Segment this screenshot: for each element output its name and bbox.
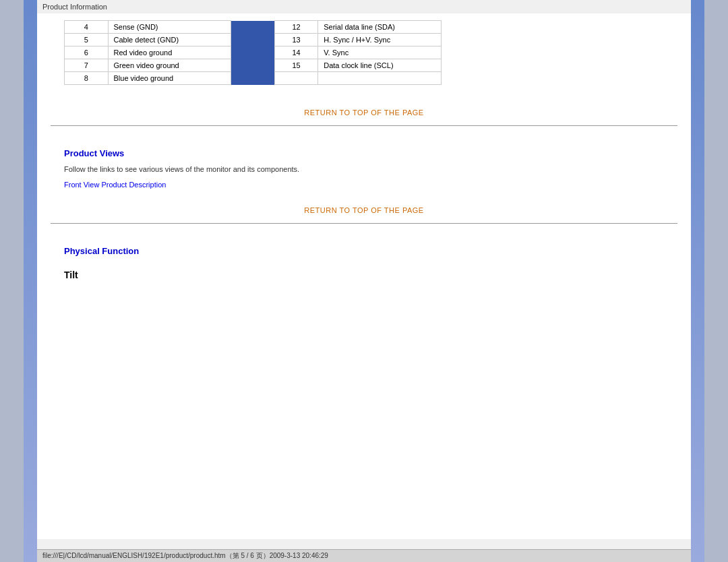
- pin-desc: Blue video ground: [108, 72, 231, 85]
- table-divider: [231, 21, 275, 34]
- physical-function-title: Physical Function: [64, 246, 664, 256]
- pin-number-right: 12: [274, 21, 318, 34]
- physical-function-section: Physical Function Tilt: [51, 229, 677, 294]
- product-views-title: Product Views: [64, 148, 664, 158]
- pin-desc-right: [318, 72, 442, 85]
- page-wrapper: Product Information 4 Sense (GND) 12 Ser…: [0, 0, 728, 562]
- main-content: Product Information 4 Sense (GND) 12 Ser…: [37, 0, 691, 562]
- pin-number: 8: [65, 72, 109, 85]
- tilt-heading: Tilt: [64, 270, 664, 280]
- pin-number: 4: [65, 21, 109, 34]
- status-bar: file:///E|/CD/lcd/manual/ENGLISH/192E1/p…: [37, 549, 691, 562]
- status-bar-text: file:///E|/CD/lcd/manual/ENGLISH/192E1/p…: [42, 552, 328, 559]
- right-sidebar: [704, 0, 728, 562]
- pin-number-right: 14: [274, 46, 318, 59]
- left-sidebar: [0, 0, 24, 562]
- pin-desc: Sense (GND): [108, 21, 231, 34]
- pin-desc-right: H. Sync / H+V. Sync: [318, 34, 442, 46]
- table-divider: [231, 34, 275, 46]
- product-views-description: Follow the links to see various views of…: [64, 165, 664, 173]
- return-link-1[interactable]: RETURN TO TOP OF THE PAGE: [304, 108, 423, 117]
- pin-number: 7: [65, 59, 109, 72]
- table-row: 8 Blue video ground: [65, 72, 442, 85]
- table-row: 4 Sense (GND) 12 Serial data line (SDA): [65, 21, 442, 34]
- pin-table: 4 Sense (GND) 12 Serial data line (SDA) …: [64, 20, 442, 85]
- header-title: Product Information: [42, 3, 107, 11]
- return-to-top-2: RETURN TO TOP OF THE PAGE: [51, 196, 677, 218]
- pin-number-right: 13: [274, 34, 318, 46]
- pin-number: 6: [65, 46, 109, 59]
- product-views-section: Product Views Follow the links to see va…: [51, 131, 677, 196]
- table-wrapper: 4 Sense (GND) 12 Serial data line (SDA) …: [51, 13, 677, 98]
- left-blue-bar: [24, 0, 37, 562]
- table-row: 5 Cable detect (GND) 13 H. Sync / H+V. S…: [65, 34, 442, 46]
- content-area: 4 Sense (GND) 12 Serial data line (SDA) …: [37, 13, 691, 539]
- table-divider: [231, 59, 275, 72]
- divider-1: [51, 125, 677, 126]
- return-to-top-1: RETURN TO TOP OF THE PAGE: [51, 98, 677, 120]
- table-row: 7 Green video ground 15 Data clock line …: [65, 59, 442, 72]
- pin-desc: Green video ground: [108, 59, 231, 72]
- table-divider: [231, 46, 275, 59]
- page-header: Product Information: [37, 0, 691, 13]
- pin-desc: Cable detect (GND): [108, 34, 231, 46]
- right-blue-bar: [691, 0, 704, 562]
- pin-number: 5: [65, 34, 109, 46]
- table-row: 6 Red video ground 14 V. Sync: [65, 46, 442, 59]
- pin-desc: Red video ground: [108, 46, 231, 59]
- pin-desc-right: V. Sync: [318, 46, 442, 59]
- pin-number-right: [274, 72, 318, 85]
- divider-2: [51, 223, 677, 224]
- pin-desc-right: Serial data line (SDA): [318, 21, 442, 34]
- pin-desc-right: Data clock line (SCL): [318, 59, 442, 72]
- front-view-link[interactable]: Front View Product Description: [64, 181, 166, 189]
- pin-number-right: 15: [274, 59, 318, 72]
- table-divider: [231, 72, 275, 85]
- return-link-2[interactable]: RETURN TO TOP OF THE PAGE: [304, 206, 423, 214]
